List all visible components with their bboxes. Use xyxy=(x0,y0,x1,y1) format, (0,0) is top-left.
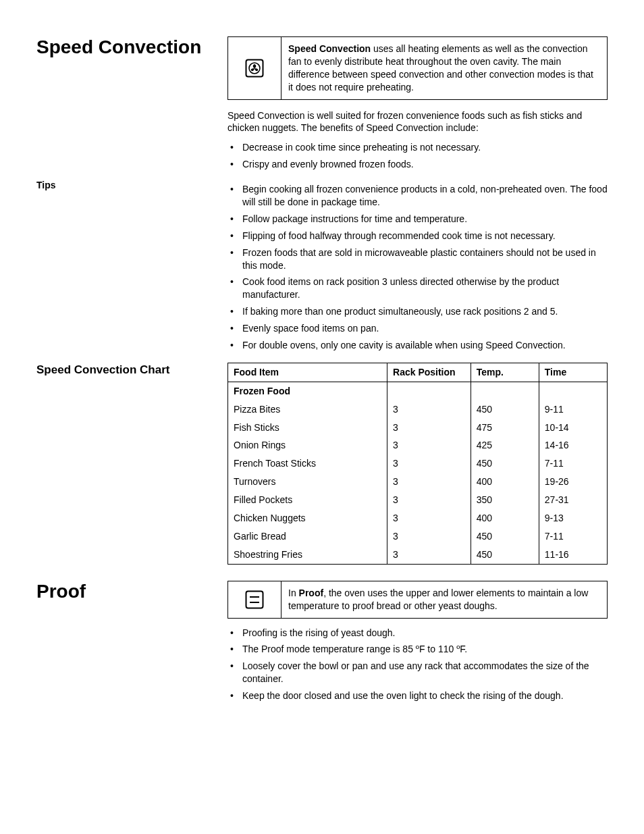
category-cell: Frozen Food xyxy=(228,382,387,400)
list-item: Frozen foods that are sold in microwavea… xyxy=(227,246,608,272)
desc-bold: Speed Convection xyxy=(288,43,371,54)
col-food-item: Food Item xyxy=(228,363,387,382)
tips-label: Tips xyxy=(36,179,221,192)
section-speed-convection: Speed Convection Speed Convection uses a… xyxy=(36,36,608,175)
section-proof: Proof In Proof, the oven uses the upper … xyxy=(36,581,608,706)
table-row: Fish Sticks347510-14 xyxy=(228,419,608,437)
table-row: French Toast Sticks34507-11 xyxy=(228,454,608,473)
svg-rect-2 xyxy=(246,591,263,608)
section-title-proof: Proof xyxy=(36,581,221,602)
proof-icon xyxy=(228,581,281,618)
description-box-proof: In Proof, the oven uses the upper and lo… xyxy=(227,581,608,619)
description-text: Speed Convection uses all heating elemen… xyxy=(281,37,607,99)
benefits-list: Decrease in cook time since preheating i… xyxy=(227,141,608,171)
table-row: Filled Pockets335027-31 xyxy=(228,491,608,509)
proof-bullets: Proofing is the rising of yeast dough. T… xyxy=(227,627,608,702)
description-text: In Proof, the oven uses the upper and lo… xyxy=(281,581,607,618)
desc-bold: Proof xyxy=(299,588,324,598)
list-item: The Proof mode temperature range is 85 º… xyxy=(227,643,608,656)
description-box-speed-convection: Speed Convection uses all heating elemen… xyxy=(227,36,608,100)
list-item: Proofing is the rising of yeast dough. xyxy=(227,627,608,640)
desc-rest: , the oven uses the upper and lower elem… xyxy=(288,588,588,611)
col-rack: Rack Position xyxy=(387,363,471,382)
table-header-row: Food Item Rack Position Temp. Time xyxy=(228,363,608,382)
speed-convection-icon xyxy=(228,37,281,99)
section-title-speed-convection: Speed Convection xyxy=(36,36,221,58)
list-item: For double ovens, only one cavity is ava… xyxy=(227,339,608,352)
table-row: Pizza Bites34509-11 xyxy=(228,400,608,419)
tips-row: Tips Begin cooking all frozen convenienc… xyxy=(36,179,608,356)
table-row: Shoestring Fries345011-16 xyxy=(228,546,608,564)
speed-convection-chart: Food Item Rack Position Temp. Time Froze… xyxy=(227,363,608,565)
table-row: Onion Rings342514-16 xyxy=(228,436,608,454)
tips-list: Begin cooking all frozen convenience pro… xyxy=(227,183,608,352)
intro-paragraph: Speed Convection is well suited for froz… xyxy=(227,109,608,135)
table-row: Garlic Bread34507-11 xyxy=(228,527,608,546)
list-item: Flipping of food halfway through recomme… xyxy=(227,230,608,242)
table-row: Turnovers340019-26 xyxy=(228,473,608,491)
list-item: Follow package instructions for time and… xyxy=(227,213,608,226)
list-item: Decrease in cook time since preheating i… xyxy=(227,141,608,154)
list-item: Loosely cover the bowl or pan and use an… xyxy=(227,660,608,685)
col-temp: Temp. xyxy=(471,363,539,382)
list-item: If baking more than one product simultan… xyxy=(227,305,608,318)
list-item: Crispy and evenly browned frozen foods. xyxy=(227,158,608,171)
chart-heading: Speed Convection Chart xyxy=(36,363,221,378)
list-item: Cook food items on rack position 3 unles… xyxy=(227,276,608,301)
list-item: Begin cooking all frozen convenience pro… xyxy=(227,183,608,209)
desc-pre: In xyxy=(288,588,299,598)
col-time: Time xyxy=(539,363,607,382)
list-item: Keep the door closed and use the oven li… xyxy=(227,689,608,702)
table-row: Chicken Nuggets34009-13 xyxy=(228,509,608,527)
list-item: Evenly space food items on pan. xyxy=(227,322,608,335)
chart-row: Speed Convection Chart Food Item Rack Po… xyxy=(36,363,608,565)
table-row: Frozen Food xyxy=(228,382,608,400)
